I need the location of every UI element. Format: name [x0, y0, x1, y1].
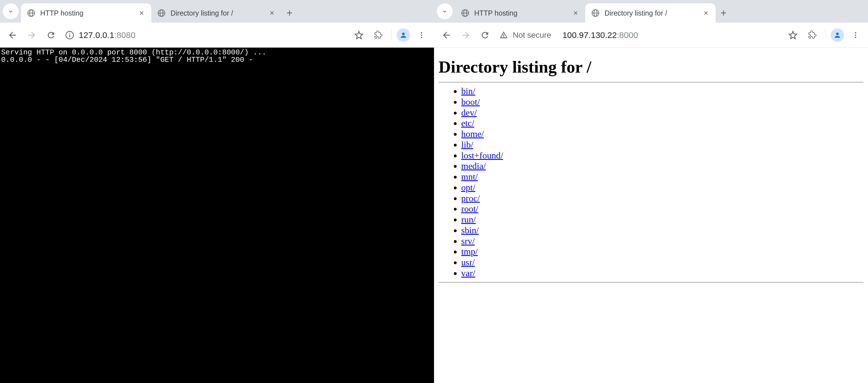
list-item: root/: [461, 204, 864, 214]
svg-point-21: [855, 34, 857, 36]
globe-icon: [591, 8, 600, 18]
directory-link[interactable]: proc/: [461, 193, 480, 203]
globe-icon: [157, 8, 166, 18]
reload-button[interactable]: [477, 27, 493, 43]
tab-title: HTTP hosting: [474, 9, 567, 17]
list-item: run/: [461, 214, 864, 225]
close-tab-button[interactable]: ×: [138, 9, 146, 17]
profile-avatar[interactable]: [397, 28, 410, 42]
back-button[interactable]: [438, 27, 455, 43]
close-tab-button[interactable]: ×: [268, 9, 276, 17]
url-text: 127.0.0.1:8080: [79, 30, 135, 40]
directory-link[interactable]: media/: [461, 161, 486, 171]
directory-link[interactable]: dev/: [461, 108, 477, 118]
svg-point-9: [402, 32, 405, 35]
list-item: etc/: [461, 118, 864, 129]
list-item: mnt/: [461, 172, 864, 182]
tab-strip: HTTP hosting×Directory listing for /× +: [0, 0, 434, 23]
tab[interactable]: Directory listing for /×: [151, 3, 282, 23]
tab-title: HTTP hosting: [40, 9, 133, 17]
list-item: lib/: [461, 140, 864, 150]
browser-window-right: HTTP hosting×Directory listing for /× + …: [434, 0, 868, 383]
list-item: var/: [461, 268, 864, 279]
globe-icon: [461, 8, 470, 18]
page-title: Directory listing for /: [438, 57, 864, 77]
browser-window-left: HTTP hosting×Directory listing for /× + …: [0, 0, 434, 383]
list-item: tmp/: [461, 246, 864, 257]
forward-button[interactable]: [458, 27, 474, 43]
page-content: Serving HTTP on 0.0.0.0 port 8000 (http:…: [0, 48, 434, 383]
list-item: lost+found/: [461, 150, 864, 161]
list-item: dev/: [461, 108, 864, 118]
svg-rect-7: [69, 34, 70, 37]
separator: [825, 29, 826, 41]
directory-link[interactable]: boot/: [461, 97, 480, 107]
tab-strip: HTTP hosting×Directory listing for /× +: [434, 0, 868, 23]
site-info-icon[interactable]: [65, 30, 75, 40]
not-secure-label: Not secure: [513, 31, 551, 40]
tab[interactable]: Directory listing for /×: [585, 3, 716, 23]
directory-link[interactable]: var/: [461, 268, 475, 278]
svg-point-19: [836, 32, 839, 35]
bookmark-button[interactable]: [351, 27, 367, 43]
list-item: proc/: [461, 193, 864, 204]
list-item: opt/: [461, 182, 864, 193]
directory-link[interactable]: sbin/: [461, 225, 479, 235]
new-tab-button[interactable]: +: [716, 5, 732, 21]
directory-link[interactable]: opt/: [461, 182, 475, 193]
list-item: boot/: [461, 97, 864, 108]
directory-link[interactable]: lib/: [461, 140, 473, 150]
address-bar[interactable]: 127.0.0.1:8080: [62, 27, 348, 43]
search-tabs-button[interactable]: [3, 3, 19, 19]
menu-button[interactable]: [413, 27, 430, 43]
toolbar: 127.0.0.1:8080: [0, 23, 434, 48]
globe-icon: [27, 8, 36, 18]
list-item: home/: [461, 129, 864, 140]
directory-link[interactable]: tmp/: [461, 246, 478, 257]
tab[interactable]: HTTP hosting×: [455, 3, 585, 23]
svg-point-12: [421, 36, 423, 38]
divider: [438, 282, 864, 283]
page-content: Directory listing for / bin/boot/dev/etc…: [434, 48, 868, 383]
extensions-button[interactable]: [370, 27, 386, 43]
directory-link[interactable]: mnt/: [461, 172, 478, 182]
reload-button[interactable]: [43, 27, 59, 43]
divider: [438, 82, 864, 83]
svg-point-11: [421, 34, 423, 36]
toolbar: Not secure 100.97.130.22:8000: [434, 23, 868, 48]
svg-point-22: [855, 36, 857, 38]
close-tab-button[interactable]: ×: [572, 9, 580, 17]
directory-link[interactable]: lost+found/: [461, 150, 503, 160]
close-tab-button[interactable]: ×: [702, 9, 710, 17]
directory-link[interactable]: srv/: [461, 236, 475, 246]
list-item: sbin/: [461, 225, 864, 236]
not-secure-icon[interactable]: [499, 30, 509, 40]
directory-link[interactable]: root/: [461, 204, 478, 214]
forward-button[interactable]: [24, 27, 40, 43]
new-tab-button[interactable]: +: [282, 5, 298, 21]
svg-point-10: [421, 32, 423, 33]
url-text: 100.97.130.22:8000: [562, 30, 638, 40]
address-bar[interactable]: Not secure 100.97.130.22:8000: [496, 27, 782, 43]
directory-list: bin/boot/dev/etc/home/lib/lost+found/med…: [438, 86, 864, 279]
directory-link[interactable]: etc/: [461, 118, 474, 128]
tab[interactable]: HTTP hosting×: [21, 3, 151, 23]
svg-rect-8: [69, 33, 70, 34]
list-item: bin/: [461, 86, 864, 97]
list-item: usr/: [461, 257, 864, 268]
directory-link[interactable]: usr/: [461, 257, 475, 267]
directory-link[interactable]: home/: [461, 129, 484, 139]
list-item: srv/: [461, 236, 864, 247]
search-tabs-button[interactable]: [437, 3, 453, 19]
list-item: media/: [461, 161, 864, 172]
profile-avatar[interactable]: [831, 28, 844, 42]
separator: [391, 29, 392, 41]
menu-button[interactable]: [847, 27, 864, 43]
bookmark-button[interactable]: [785, 27, 801, 43]
directory-link[interactable]: run/: [461, 214, 476, 225]
back-button[interactable]: [4, 27, 21, 43]
terminal-output: Serving HTTP on 0.0.0.0 port 8000 (http:…: [0, 48, 434, 383]
directory-link[interactable]: bin/: [461, 86, 475, 96]
extensions-button[interactable]: [804, 27, 820, 43]
tab-title: Directory listing for /: [604, 9, 698, 17]
